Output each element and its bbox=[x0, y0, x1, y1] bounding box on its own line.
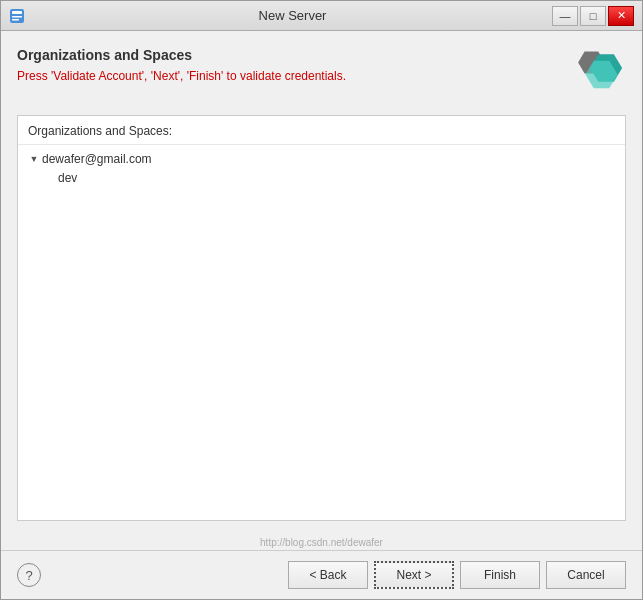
tree-panel-wrapper: Organizations and Spaces: ▼ dewafer@gmai… bbox=[17, 115, 626, 521]
tree-item-dev[interactable]: dev bbox=[18, 169, 625, 187]
next-button[interactable]: Next > bbox=[374, 561, 454, 589]
dev-label: dev bbox=[58, 171, 77, 185]
svg-rect-2 bbox=[12, 16, 22, 18]
org-label: dewafer@gmail.com bbox=[42, 152, 152, 166]
cancel-button[interactable]: Cancel bbox=[546, 561, 626, 589]
logo-icon bbox=[566, 47, 626, 105]
section-title: Organizations and Spaces bbox=[17, 47, 566, 63]
hint-text: Press 'Validate Account', 'Next', 'Finis… bbox=[17, 69, 566, 83]
bottom-bar: ? < Back Next > Finish Cancel bbox=[1, 550, 642, 599]
maximize-button[interactable]: □ bbox=[580, 6, 606, 26]
tree-arrow-icon: ▼ bbox=[26, 151, 42, 167]
finish-button[interactable]: Finish bbox=[460, 561, 540, 589]
header-section: Organizations and Spaces Press 'Validate… bbox=[17, 47, 626, 105]
window-title: New Server bbox=[33, 8, 552, 23]
tree-item-org[interactable]: ▼ dewafer@gmail.com bbox=[18, 149, 625, 169]
help-button[interactable]: ? bbox=[17, 563, 41, 587]
minimize-button[interactable]: — bbox=[552, 6, 578, 26]
svg-rect-1 bbox=[12, 11, 22, 14]
close-button[interactable]: ✕ bbox=[608, 6, 634, 26]
back-button[interactable]: < Back bbox=[288, 561, 368, 589]
main-content: Organizations and Spaces Press 'Validate… bbox=[1, 31, 642, 537]
title-bar: New Server — □ ✕ bbox=[1, 1, 642, 31]
bottom-left: ? bbox=[17, 563, 41, 587]
tree-panel-label: Organizations and Spaces: bbox=[18, 116, 625, 145]
tree-panel[interactable]: ▼ dewafer@gmail.com dev bbox=[18, 145, 625, 520]
watermark: http://blog.csdn.net/dewafer bbox=[1, 537, 642, 550]
new-server-window: New Server — □ ✕ Organizations and Space… bbox=[0, 0, 643, 600]
svg-rect-3 bbox=[12, 19, 19, 21]
window-icon bbox=[9, 8, 25, 24]
bottom-right: < Back Next > Finish Cancel bbox=[288, 561, 626, 589]
window-controls: — □ ✕ bbox=[552, 6, 634, 26]
header-text: Organizations and Spaces Press 'Validate… bbox=[17, 47, 566, 83]
